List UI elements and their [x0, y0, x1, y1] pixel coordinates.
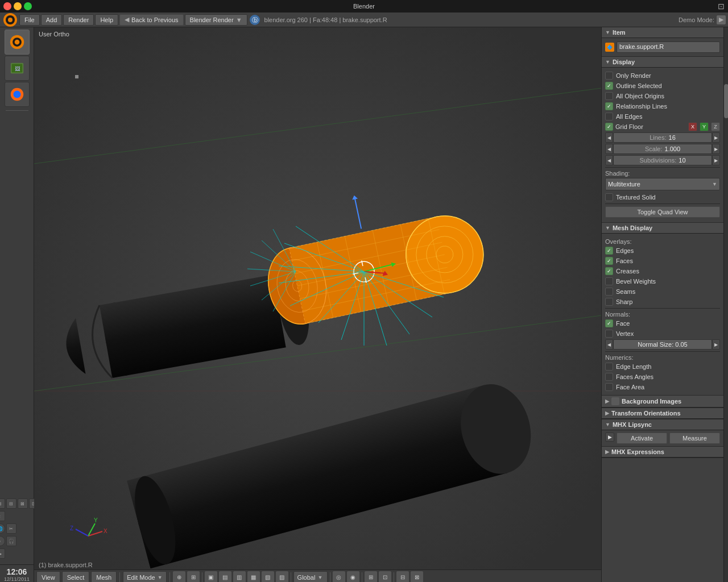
subdivisions-increment[interactable]: ▶	[712, 155, 720, 165]
all-edges-checkbox[interactable]	[605, 113, 613, 120]
mode-selector[interactable]: Edit Mode ▼	[123, 571, 166, 583]
background-images-icon	[611, 397, 619, 405]
display-panel-header[interactable]: ▼ Display	[602, 57, 723, 68]
lines-decrement[interactable]: ◀	[605, 132, 613, 143]
scale-field[interactable]: Scale: 1.000	[613, 144, 712, 154]
right-scrollbar[interactable]	[723, 27, 728, 582]
close-btn[interactable]	[3, 2, 11, 10]
only-render-checkbox[interactable]	[605, 72, 613, 80]
all-edges-label: All Edges	[616, 113, 642, 120]
toggle-quad-view-button[interactable]: Toggle Quad View	[605, 206, 720, 218]
resize-icon[interactable]: ⊡	[718, 2, 725, 11]
mesh-menu-btn[interactable]: Mesh	[91, 571, 117, 583]
scrollbar-thumb[interactable]	[724, 84, 728, 118]
render-icon[interactable]: ⊡	[379, 571, 391, 583]
shading-dropdown[interactable]: Multitexture ▼	[605, 178, 720, 190]
background-images-header[interactable]: ▶ Background Images	[602, 396, 723, 408]
outline-selected-checkbox[interactable]	[605, 82, 613, 90]
subdivisions-slider-row: ◀ Subdivisions: 10 ▶	[605, 155, 720, 165]
face-normals-checkbox[interactable]	[605, 319, 613, 327]
scale-increment[interactable]: ▶	[712, 144, 720, 154]
tool-small-3[interactable]: ⊠	[18, 498, 28, 509]
viewport[interactable]: User Ortho	[34, 27, 601, 582]
normal-size-field[interactable]: Normal Size: 0.05	[613, 339, 712, 350]
scale-decrement[interactable]: ◀	[605, 144, 613, 154]
face-area-checkbox[interactable]	[605, 383, 613, 391]
global-selector[interactable]: Global ▼	[293, 571, 328, 583]
edges-checkbox[interactable]	[605, 247, 613, 255]
normal-size-increment[interactable]: ▶	[712, 339, 720, 350]
view-icon-2[interactable]: ▤	[219, 571, 231, 583]
tool-move-icon[interactable]: ↕	[0, 511, 5, 521]
creases-checkbox[interactable]	[605, 267, 613, 275]
mhx-expressions-header[interactable]: ▶ MHX Expressions	[602, 447, 723, 458]
subdivisions-field[interactable]: Subdivisions: 10	[613, 155, 712, 165]
mesh-display-panel-header[interactable]: ▼ Mesh Display	[602, 223, 723, 234]
mhx-expressions-section: ▶ MHX Expressions	[602, 447, 723, 458]
item-name-row: 🔷 brake.support.R	[605, 41, 720, 53]
maximize-btn[interactable]	[24, 2, 32, 10]
tool-blender-icon[interactable]	[5, 30, 30, 55]
mhx-lipsync-play-icon[interactable]: ▶	[605, 433, 614, 442]
render-engine-selector[interactable]: Blender Render ▼	[185, 14, 247, 26]
scale-value: 1.000	[665, 146, 681, 152]
view-icon-1[interactable]: ▣	[205, 571, 217, 583]
render-menu[interactable]: Render	[63, 14, 94, 26]
view-icon-3[interactable]: ▥	[233, 571, 246, 583]
view-icon-6[interactable]: ▨	[276, 571, 288, 583]
add-menu[interactable]: Add	[41, 14, 63, 26]
edges-row: Edges	[605, 246, 720, 255]
seams-checkbox[interactable]	[605, 288, 613, 296]
subdivisions-decrement[interactable]: ◀	[605, 155, 613, 165]
help-menu[interactable]: Help	[95, 14, 118, 26]
normal-size-decrement[interactable]: ◀	[605, 339, 613, 350]
demo-play-button[interactable]: ▶	[717, 15, 726, 24]
tool-image-icon[interactable]: 🖼	[5, 56, 30, 81]
relationship-lines-checkbox[interactable]	[605, 102, 613, 110]
item-name-field[interactable]: brake.support.R	[617, 41, 720, 53]
axis-y-button[interactable]: Y	[700, 122, 709, 131]
edge-length-checkbox[interactable]	[605, 363, 613, 371]
layers-icon[interactable]: ⊞	[365, 571, 377, 583]
tool-small-2[interactable]: ⊟	[6, 498, 16, 509]
measure-button[interactable]: Measure	[669, 433, 720, 444]
faces-angles-checkbox[interactable]	[605, 373, 613, 381]
faces-checkbox[interactable]	[605, 257, 613, 265]
blender-logo[interactable]	[2, 12, 18, 28]
tool-firefox-icon[interactable]	[5, 82, 30, 107]
pivot-icon[interactable]: ⊕	[173, 571, 185, 583]
minimize-btn[interactable]	[14, 2, 22, 10]
extra1-icon[interactable]: ⊟	[396, 571, 409, 583]
axis-z-button[interactable]: Z	[711, 122, 720, 131]
tool-globe-icon[interactable]: 🌐	[0, 523, 5, 534]
item-panel-header[interactable]: ▼ Item	[602, 27, 723, 38]
axis-x-button[interactable]: X	[688, 122, 697, 131]
tool-sound-icon[interactable]: ♪	[0, 536, 5, 546]
activate-button[interactable]: Activate	[617, 433, 667, 444]
file-menu[interactable]: File	[19, 14, 40, 26]
grid-floor-checkbox[interactable]	[605, 123, 613, 131]
tool-scissors-icon[interactable]: ✂	[6, 523, 16, 534]
tool-small-1[interactable]: ⊞	[0, 498, 5, 509]
snap-icon[interactable]: ⊞	[187, 571, 200, 583]
bevel-weights-checkbox[interactable]	[605, 277, 613, 285]
extra2-icon[interactable]: ⊠	[411, 571, 423, 583]
lines-increment[interactable]: ▶	[712, 132, 720, 143]
view-menu-btn[interactable]: View	[36, 571, 60, 583]
select-menu-btn[interactable]: Select	[62, 571, 90, 583]
info-text: blender.org 260 | Fa:48:48 | brake.suppo…	[264, 16, 387, 23]
lines-field[interactable]: Lines: 16	[613, 132, 712, 143]
textured-solid-checkbox[interactable]	[605, 193, 613, 201]
vertex-normals-checkbox[interactable]	[605, 330, 613, 338]
mhx-lipsync-header[interactable]: ▼ MHX Lipsync	[602, 419, 723, 430]
sharp-checkbox[interactable]	[605, 298, 613, 306]
transform-orientations-header[interactable]: ▶ Transform Orientations	[602, 408, 723, 419]
prop-icon[interactable]: ◎	[333, 571, 345, 583]
view-icon-5[interactable]: ▧	[262, 571, 274, 583]
tool-play-icon[interactable]: ▶	[0, 548, 5, 559]
tool-headphones-icon[interactable]: 🎧	[6, 536, 16, 546]
back-to-previous-button[interactable]: ◀ Back to Previous	[119, 14, 184, 26]
view-icon-4[interactable]: ▦	[247, 571, 260, 583]
prop2-icon[interactable]: ◉	[347, 571, 359, 583]
all-object-origins-checkbox[interactable]	[605, 92, 613, 100]
